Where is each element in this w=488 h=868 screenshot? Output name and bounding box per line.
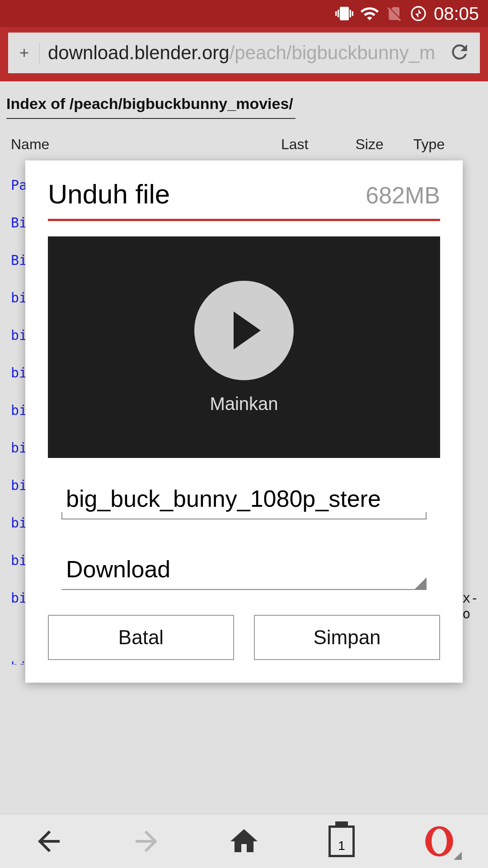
url-bar[interactable]: download.blender.org/peach/bigbuckbunny_… <box>8 33 480 73</box>
data-saver-icon <box>409 5 427 23</box>
table-row: bi <box>6 392 483 429</box>
tabs-button[interactable]: 1 <box>324 826 360 857</box>
table-row: big_buck_bunny_480p_surround.avi2008-May… <box>6 579 483 648</box>
col-name: Name <box>6 132 277 166</box>
file-link[interactable]: bi fi <box>6 542 277 579</box>
no-sim-icon <box>386 5 403 22</box>
back-button[interactable] <box>31 825 67 858</box>
status-time: 08:05 <box>434 4 479 24</box>
table-row: Bin/ <box>6 241 483 279</box>
bottom-nav: 1 <box>0 814 488 868</box>
url-path: /peach/bigbuckbunny_m <box>230 42 435 63</box>
file-link[interactable]: bi <box>6 279 277 316</box>
col-size: Size <box>351 132 408 166</box>
file-listing-table: Name Last Size Type PaBiBin/bibibibibibi… <box>6 132 483 665</box>
file-link[interactable]: big_buck_bunny_480p_surround.avi <box>6 579 277 648</box>
col-modified: Last <box>277 132 351 166</box>
browser-header: download.blender.org/peach/bigbuckbunny_… <box>0 27 488 81</box>
file-link[interactable]: bi <box>6 504 277 542</box>
svg-point-2 <box>432 829 447 854</box>
table-row: Pa <box>6 166 483 204</box>
url-host: download.blender.org <box>48 42 230 63</box>
file-link[interactable]: bi <box>6 467 277 504</box>
opera-menu-button[interactable] <box>421 826 457 857</box>
table-row: bi <box>6 354 483 392</box>
table-row: bi fi <box>6 542 483 579</box>
file-link[interactable]: Pa <box>6 166 277 204</box>
col-type: Type <box>409 132 483 166</box>
status-bar: 08:05 <box>0 0 488 27</box>
tab-count: 1 <box>338 839 345 853</box>
wifi-icon <box>360 4 380 24</box>
forward-button[interactable] <box>128 825 164 858</box>
table-row: bi <box>6 316 483 354</box>
file-link[interactable]: bi <box>6 316 277 354</box>
file-link[interactable]: big_buck_bunny_720p_h264.mov <box>6 648 277 665</box>
file-link[interactable]: Bi <box>6 204 277 241</box>
file-link[interactable]: bi <box>6 392 277 429</box>
table-row: bi <box>6 467 483 504</box>
home-button[interactable] <box>226 825 262 858</box>
file-link[interactable]: bi <box>6 429 277 467</box>
file-link[interactable]: Bi <box>6 241 277 279</box>
reload-button[interactable] <box>448 41 471 65</box>
vibrate-icon <box>335 5 353 23</box>
page-title: Index of /peach/bigbuckbunny_movies/ <box>6 95 296 119</box>
table-row: bi <box>6 504 483 542</box>
table-row: big_buck_bunny_720p_h264.mov2008-May-273… <box>6 648 483 665</box>
table-row: bi <box>6 429 483 467</box>
menu-corner-icon <box>454 852 462 860</box>
table-row: Bi <box>6 204 483 241</box>
file-link[interactable]: bi <box>6 354 277 392</box>
table-row: bi <box>6 279 483 316</box>
new-tab-button[interactable] <box>17 42 40 63</box>
url-text[interactable]: download.blender.org/peach/bigbuckbunny_… <box>48 42 444 64</box>
page-content: Index of /peach/bigbuckbunny_movies/ Nam… <box>0 81 488 665</box>
